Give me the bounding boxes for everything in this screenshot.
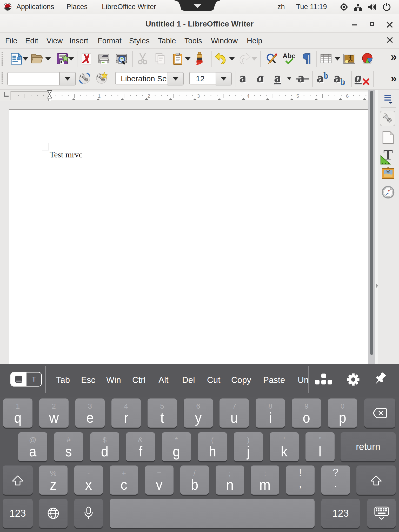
svg-text:6: 6 [346, 93, 349, 99]
svg-text:3: 3 [197, 93, 200, 99]
svg-text:4: 4 [247, 93, 250, 99]
svg-text:2: 2 [148, 93, 150, 99]
svg-text:1: 1 [98, 93, 101, 99]
svg-text:5: 5 [296, 93, 299, 99]
